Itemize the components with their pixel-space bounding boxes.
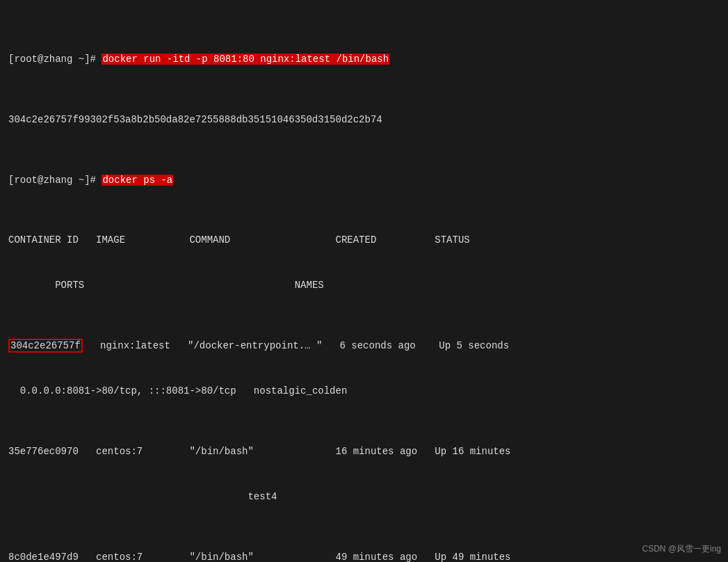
line-4: CONTAINER ID IMAGE COMMAND CREATED STATU… <box>8 233 720 248</box>
output-6: nginx:latest "/docker-entrypoint.… " 6 s… <box>83 340 509 351</box>
terminal: [root@zhang ~]# docker run -itd -p 8081:… <box>8 7 720 562</box>
line-3: [root@zhang ~]# docker ps -a <box>8 173 720 188</box>
cmd-3: docker ps -a <box>102 175 173 186</box>
header-5: PORTS NAMES <box>8 280 324 291</box>
line-6: 304c2e26757f nginx:latest "/docker-entry… <box>8 339 720 354</box>
output-2: 304c2e26757f99302f53a8b2b50da82e7255888d… <box>8 114 382 125</box>
line-2: 304c2e26757f99302f53a8b2b50da82e7255888d… <box>8 113 720 128</box>
output-9: test4 <box>8 491 277 502</box>
line-5: PORTS NAMES <box>8 278 720 294</box>
header-4: CONTAINER ID IMAGE COMMAND CREATED STATU… <box>8 234 470 246</box>
line-1: [root@zhang ~]# docker run -itd -p 8081:… <box>8 52 720 67</box>
prompt-1: [root@zhang ~]# <box>8 54 102 65</box>
output-7: 0.0.0.0:8081->80/tcp, :::8081->80/tcp no… <box>8 385 347 396</box>
line-7: 0.0.0.0:8081->80/tcp, :::8081->80/tcp no… <box>8 384 720 399</box>
container-id-6: 304c2e26757f <box>8 339 83 353</box>
line-8: 35e776ec0970 centos:7 "/bin/bash" 16 min… <box>8 444 720 460</box>
watermark: CSDN @风雪一更ing <box>642 543 721 555</box>
output-8: 35e776ec0970 centos:7 "/bin/bash" 16 min… <box>8 446 511 457</box>
prompt-3: [root@zhang ~]# <box>8 175 102 186</box>
line-10: 8c0de1e497d9 centos:7 "/bin/bash" 49 min… <box>8 550 720 562</box>
cmd-1: docker run -itd -p 8081:80 nginx:latest … <box>102 54 389 65</box>
line-9: test4 <box>8 490 720 505</box>
output-10: 8c0de1e497d9 centos:7 "/bin/bash" 49 min… <box>8 552 511 562</box>
